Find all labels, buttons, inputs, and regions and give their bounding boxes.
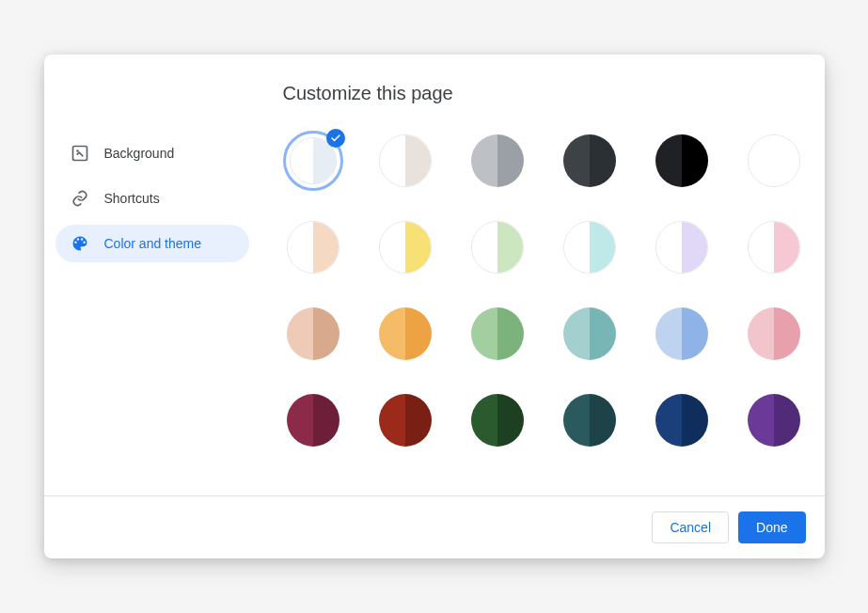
color-swatch-default[interactable]: [283, 131, 343, 191]
color-swatch-purple[interactable]: [744, 390, 804, 450]
color-swatch-black[interactable]: [652, 131, 712, 191]
palette-icon: [71, 234, 89, 253]
color-swatch-red[interactable]: [375, 390, 435, 450]
color-swatch-green[interactable]: [467, 304, 528, 364]
color-swatch-rose[interactable]: [744, 304, 804, 364]
svg-point-1: [76, 149, 79, 152]
sidebar-item-label: Background: [104, 146, 175, 161]
color-swatch-light-apricot[interactable]: [283, 217, 343, 277]
dialog-body: Background Shortcuts Color and theme Cus…: [44, 55, 825, 495]
link-icon: [71, 189, 89, 208]
color-swatch-dark-teal[interactable]: [560, 390, 620, 450]
color-swatch-orange[interactable]: [375, 304, 435, 364]
cancel-button[interactable]: Cancel: [652, 511, 729, 543]
color-grid: [283, 131, 810, 450]
dialog-footer: Cancel Done: [44, 495, 825, 558]
sidebar-item-color-theme[interactable]: Color and theme: [55, 225, 249, 262]
color-swatch-blue[interactable]: [652, 304, 712, 364]
color-swatch-light-teal[interactable]: [560, 217, 620, 277]
color-swatch-navy[interactable]: [652, 390, 712, 450]
checkmark-icon: [326, 129, 345, 148]
color-swatch-light-pink[interactable]: [744, 217, 804, 277]
sidebar-item-label: Shortcuts: [104, 191, 160, 206]
color-swatch-light-yellow[interactable]: [375, 217, 435, 277]
color-swatch-teal[interactable]: [560, 304, 620, 364]
sidebar: Background Shortcuts Color and theme: [44, 55, 260, 495]
color-swatch-forest[interactable]: [467, 390, 528, 450]
sidebar-item-background[interactable]: Background: [55, 134, 249, 172]
color-swatch-light-lavender[interactable]: [652, 217, 712, 277]
sidebar-item-label: Color and theme: [104, 236, 202, 251]
color-swatch-warm-grey[interactable]: [375, 131, 435, 191]
color-swatch-midnight[interactable]: [560, 131, 620, 191]
color-swatch-cool-grey[interactable]: [467, 131, 528, 191]
color-swatch-burgundy[interactable]: [283, 390, 343, 450]
main-panel: Customize this page: [260, 55, 825, 495]
color-swatch-white[interactable]: [744, 131, 804, 191]
color-swatch-beige[interactable]: [283, 304, 343, 364]
sidebar-item-shortcuts[interactable]: Shortcuts: [55, 180, 249, 217]
customize-dialog: Background Shortcuts Color and theme Cus…: [44, 55, 825, 558]
dialog-title: Customize this page: [283, 83, 802, 104]
done-button[interactable]: Done: [738, 511, 805, 543]
color-swatch-light-green[interactable]: [467, 217, 528, 277]
background-icon: [71, 144, 89, 163]
